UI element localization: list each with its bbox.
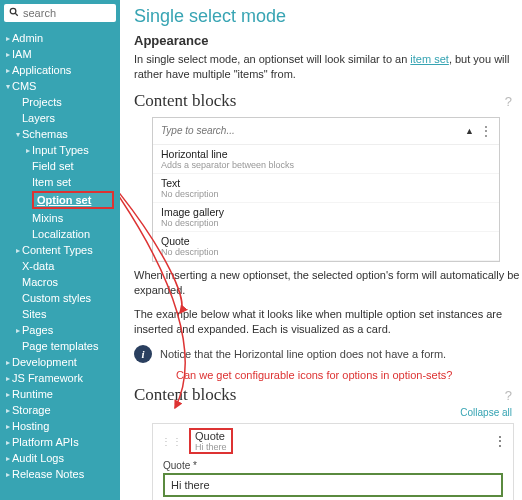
sidebar-item[interactable]: Page templates [0, 338, 120, 354]
sidebar-item-option-set[interactable]: Option set [32, 191, 114, 209]
dropdown-option[interactable]: Image galleryNo description [153, 203, 499, 232]
dropdown-option[interactable]: Horizontal lineAdds a separator between … [153, 145, 499, 174]
sidebar-item[interactable]: Localization [0, 226, 120, 242]
sidebar-item[interactable]: ▸Platform APIs [0, 434, 120, 450]
sidebar-item[interactable]: ▸Audit Logs [0, 450, 120, 466]
sidebar-nav: ▸Admin▸IAM▸Applications▾CMSProjectsLayer… [0, 26, 120, 486]
option-desc: No description [161, 247, 491, 257]
help-icon-2[interactable]: ? [505, 388, 512, 403]
sidebar-item-label: Runtime [12, 388, 114, 400]
sidebar-item[interactable]: Mixins [0, 210, 120, 226]
sidebar-item-label: Storage [12, 404, 114, 416]
sidebar-item[interactable]: Macros [0, 274, 120, 290]
sidebar-item-label: IAM [12, 48, 114, 60]
sidebar-item[interactable]: X-data [0, 258, 120, 274]
sidebar-item-label: Content Types [22, 244, 114, 256]
sidebar-item-label: Macros [22, 276, 114, 288]
help-icon[interactable]: ? [505, 94, 512, 109]
sidebar-item-label: Development [12, 356, 114, 368]
options-dropdown: ▲ ⋮ Horizontal lineAdds a separator betw… [152, 117, 500, 262]
card-title: Quote [195, 430, 227, 442]
sidebar-item-label: Pages [22, 324, 114, 336]
info-text: Notice that the Horizontal line option d… [160, 348, 446, 360]
option-title: Image gallery [161, 206, 491, 218]
sidebar-item-label: X-data [22, 260, 114, 272]
search-icon [9, 7, 19, 19]
caret-icon: ▸ [4, 50, 12, 59]
sidebar-item[interactable]: Custom styles [0, 290, 120, 306]
sidebar-item-label: Item set [32, 176, 114, 188]
intro-text-pre: In single select mode, an optionset will… [134, 53, 410, 65]
paragraph-2: When inserting a new optionset, the sele… [134, 268, 522, 299]
option-title: Quote [161, 235, 491, 247]
sidebar-item[interactable]: ▸Runtime [0, 386, 120, 402]
caret-icon: ▸ [4, 66, 12, 75]
sidebar-item[interactable]: ▾Schemas [0, 126, 120, 142]
caret-icon: ▸ [4, 438, 12, 447]
sidebar-item[interactable]: ▸Development [0, 354, 120, 370]
dropdown-option[interactable]: QuoteNo description [153, 232, 499, 261]
content-blocks-title-1: Content blocks [134, 91, 236, 111]
option-title: Horizontal line [161, 148, 491, 160]
card-more-icon[interactable]: ⋮ [494, 434, 505, 448]
caret-icon: ▸ [4, 422, 12, 431]
sidebar-item[interactable]: ▸Admin [0, 30, 120, 46]
sidebar-item[interactable]: ▸JS Framework [0, 370, 120, 386]
caret-icon: ▸ [4, 358, 12, 367]
option-desc: Adds a separator between blocks [161, 160, 491, 170]
sidebar-item-label: JS Framework [12, 372, 114, 384]
svg-line-1 [15, 13, 18, 16]
sidebar-item-label: Schemas [22, 128, 114, 140]
sidebar-item-label: CMS [12, 80, 114, 92]
sidebar-item[interactable]: Layers [0, 110, 120, 126]
caret-icon: ▸ [4, 470, 12, 479]
caret-icon: ▸ [14, 246, 22, 255]
sidebar-item[interactable]: ▸Applications [0, 62, 120, 78]
sidebar-item-label: Projects [22, 96, 114, 108]
drag-handle-icon[interactable]: ⋮⋮ [161, 436, 183, 447]
dropdown-header[interactable]: ▲ ⋮ [153, 118, 499, 145]
caret-icon: ▸ [14, 326, 22, 335]
sidebar-item[interactable]: ▸Storage [0, 402, 120, 418]
caret-icon: ▸ [4, 406, 12, 415]
caret-icon: ▸ [4, 374, 12, 383]
sidebar-item[interactable]: Item set [0, 174, 120, 190]
dropdown-search-input[interactable] [161, 125, 465, 136]
sidebar-item-label: Page templates [22, 340, 114, 352]
sidebar-item[interactable]: ▸IAM [0, 46, 120, 62]
caret-icon: ▸ [4, 390, 12, 399]
info-icon: i [134, 345, 152, 363]
sidebar-item-label: Layers [22, 112, 114, 124]
search-input[interactable] [23, 7, 103, 19]
chevron-up-icon[interactable]: ▲ [465, 126, 474, 136]
search-box[interactable] [4, 4, 116, 22]
sidebar-item[interactable]: ▾CMS [0, 78, 120, 94]
more-icon[interactable]: ⋮ [480, 124, 491, 138]
item-set-link[interactable]: item set [410, 53, 449, 65]
sidebar-item[interactable]: ▸Pages [0, 322, 120, 338]
sidebar-item[interactable]: ▸Content Types [0, 242, 120, 258]
content-blocks-title-2: Content blocks [134, 385, 236, 405]
option-desc: No description [161, 189, 491, 199]
quote-input[interactable] [163, 473, 503, 497]
sidebar-item[interactable]: Field set [0, 158, 120, 174]
sidebar-item[interactable]: ▸Input Types [0, 142, 120, 158]
option-card: ⋮⋮ Quote Hi there ⋮ Quote * Quotee * [152, 423, 514, 500]
option-title: Text [161, 177, 491, 189]
sidebar-item[interactable]: ▸Release Notes [0, 466, 120, 482]
caret-icon: ▸ [4, 454, 12, 463]
option-desc: No description [161, 218, 491, 228]
caret-icon: ▾ [14, 130, 22, 139]
card-header[interactable]: ⋮⋮ Quote Hi there ⋮ [153, 424, 513, 458]
annotation-text: Can we get configurable icons for option… [176, 369, 522, 381]
sidebar-item[interactable]: Sites [0, 306, 120, 322]
collapse-all-link[interactable]: Collapse all [460, 407, 512, 418]
page-title: Single select mode [134, 6, 522, 27]
dropdown-option[interactable]: TextNo description [153, 174, 499, 203]
sidebar-item[interactable]: Projects [0, 94, 120, 110]
sidebar-item-label: Applications [12, 64, 114, 76]
sidebar-item-label: Platform APIs [12, 436, 114, 448]
sidebar-item[interactable]: ▸Hosting [0, 418, 120, 434]
sidebar-item-label: Field set [32, 160, 114, 172]
paragraph-3: The example below what it looks like whe… [134, 307, 522, 338]
